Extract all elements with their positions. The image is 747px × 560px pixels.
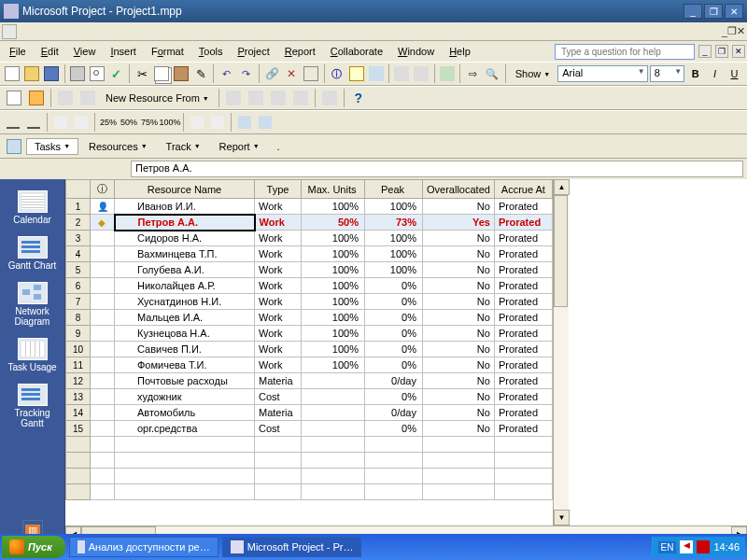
row-header[interactable]: 5 (66, 262, 91, 278)
help-search-input[interactable] (555, 44, 695, 60)
menu-edit[interactable]: Edit (34, 44, 66, 59)
peak-cell[interactable]: 100% (365, 199, 423, 215)
type-cell[interactable]: Work (255, 357, 302, 373)
resource-name-cell[interactable]: Фомичева Т.И. (115, 357, 255, 373)
overallocated-cell[interactable]: No (423, 294, 495, 310)
link-icon[interactable]: 🔗 (263, 63, 281, 84)
table-row[interactable]: 10 Савичев П.И. Work 100% 0% No Prorated (66, 342, 553, 357)
row-header[interactable]: 7 (66, 294, 91, 310)
table-row[interactable]: 8 Мальцев И.А. Work 100% 0% No Prorated (66, 310, 553, 326)
table-row[interactable]: 4 Вахминцева Т.П. Work 100% 100% No Pror… (66, 246, 553, 262)
menu-file[interactable]: File (2, 44, 34, 59)
pct75-icon[interactable]: 75% (140, 113, 159, 132)
redo-icon[interactable]: ↷ (237, 63, 255, 84)
resource-name-cell[interactable]: Голубева А.И. (115, 262, 255, 278)
max-units-cell[interactable]: 50% (302, 215, 365, 231)
tb-a4[interactable] (72, 113, 91, 132)
accrue-cell[interactable]: Prorated (494, 246, 552, 262)
note-icon[interactable] (347, 63, 365, 84)
tb-r5[interactable] (223, 88, 244, 108)
close-button[interactable]: ✕ (725, 4, 743, 19)
type-cell[interactable]: Cost (255, 421, 302, 437)
resource-name-cell[interactable]: Николайцев А.Р. (115, 278, 255, 294)
show-dropdown[interactable]: Show▼ (510, 66, 556, 81)
max-units-cell[interactable]: 100% (302, 310, 365, 326)
taskbar-item-1[interactable]: Анализ доступности ре… (69, 537, 218, 557)
col-accrue[interactable]: Accrue At (494, 180, 552, 199)
type-cell[interactable]: Work (255, 262, 302, 278)
menu-close[interactable]: ✕ (732, 45, 745, 58)
type-cell[interactable]: Work (255, 326, 302, 342)
open-icon[interactable] (23, 63, 41, 84)
col-peak[interactable]: Peak (365, 180, 423, 199)
type-cell[interactable]: Work (255, 310, 302, 326)
resource-name-cell[interactable]: Иванов И.И. (115, 199, 255, 215)
track-button[interactable]: Track▼ (158, 138, 209, 155)
docs-icon[interactable] (413, 63, 430, 84)
table-row[interactable]: 12 Почтовые расходы Materia 0/day No Pro… (66, 373, 553, 389)
resource-name-cell[interactable]: Почтовые расходы (115, 373, 255, 389)
row-header[interactable]: 12 (66, 373, 91, 389)
tb-r2[interactable] (26, 88, 47, 108)
tb-r3[interactable] (55, 88, 76, 108)
tb-r4[interactable] (78, 88, 98, 108)
resource-name-cell[interactable]: Хуснатдинов Н.И. (115, 294, 255, 310)
accrue-cell[interactable]: Prorated (494, 310, 552, 326)
table-row[interactable]: 3 Сидоров Н.А. Work 100% 100% No Prorate… (66, 231, 553, 246)
view-network[interactable]: Network Diagram (5, 278, 61, 330)
type-cell[interactable]: Work (255, 342, 302, 357)
peak-cell[interactable]: 0% (365, 294, 423, 310)
cut-icon[interactable]: ✂ (134, 63, 151, 84)
type-cell[interactable]: Materia (255, 373, 302, 389)
accrue-cell[interactable]: Prorated (494, 294, 552, 310)
overallocated-cell[interactable]: No (423, 199, 495, 215)
table-row[interactable]: 13 художник Cost 0% No Prorated (66, 389, 553, 405)
menu-min[interactable]: _ (698, 45, 712, 58)
max-units-cell[interactable]: 100% (302, 342, 365, 357)
overallocated-cell[interactable]: No (423, 310, 495, 326)
table-row[interactable]: 6 Николайцев А.Р. Work 100% 0% No Prorat… (66, 278, 553, 294)
menu-window[interactable]: Window (390, 44, 442, 59)
select-all-corner[interactable] (66, 180, 91, 199)
resource-grid[interactable]: ⓘ Resource Name Type Max. Units Peak Ove… (65, 179, 553, 500)
max-units-cell[interactable]: 100% (302, 199, 365, 215)
resource-name-cell[interactable]: Сидоров Н.А. (115, 231, 255, 246)
resource-name-cell[interactable]: Петров А.А. (115, 215, 255, 231)
tb-r1[interactable] (4, 88, 24, 108)
accrue-cell[interactable]: Prorated (494, 373, 552, 389)
copy-icon[interactable] (153, 63, 171, 84)
menu-insert[interactable]: Insert (103, 44, 144, 59)
resource-name-cell[interactable]: орг.средства (115, 421, 255, 437)
menu-report[interactable]: Report (277, 44, 323, 59)
undo-icon[interactable]: ↶ (218, 63, 235, 84)
col-type[interactable]: Type (255, 180, 302, 199)
new-icon[interactable] (4, 63, 21, 84)
table-row[interactable]: 2 ◆ Петров А.А. Work 50% 73% Yes Prorate… (66, 215, 553, 231)
overallocated-cell[interactable]: No (423, 278, 495, 294)
col-resource[interactable]: Resource Name (115, 180, 255, 199)
scroll-down-icon[interactable]: ▼ (554, 510, 570, 525)
type-cell[interactable]: Work (255, 215, 302, 231)
row-header[interactable]: 14 (66, 405, 91, 421)
accrue-cell[interactable]: Prorated (494, 262, 552, 278)
resource-name-cell[interactable]: Автомобиль (115, 405, 255, 421)
doc-restore-button[interactable]: ❐ (727, 25, 737, 37)
underline-button[interactable]: U (726, 63, 743, 84)
menu-restore[interactable]: ❐ (715, 45, 728, 58)
row-header[interactable]: 3 (66, 231, 91, 246)
max-units-cell[interactable]: 100% (302, 246, 365, 262)
assign-icon[interactable] (367, 63, 385, 84)
peak-cell[interactable]: 0% (365, 357, 423, 373)
peak-cell[interactable]: 0% (365, 342, 423, 357)
doc-close-button[interactable]: ✕ (737, 25, 745, 37)
max-units-cell[interactable] (302, 373, 365, 389)
type-cell[interactable]: Work (255, 199, 302, 215)
paste-icon[interactable] (173, 63, 190, 84)
accrue-cell[interactable]: Prorated (494, 326, 552, 342)
report-button[interactable]: Report▼ (211, 138, 268, 155)
peak-cell[interactable]: 100% (365, 231, 423, 246)
spell-icon[interactable]: ✓ (107, 63, 125, 84)
table-row[interactable] (66, 469, 553, 484)
scroll-up-icon[interactable]: ▲ (554, 179, 570, 195)
language-indicator[interactable]: EN (658, 541, 677, 553)
